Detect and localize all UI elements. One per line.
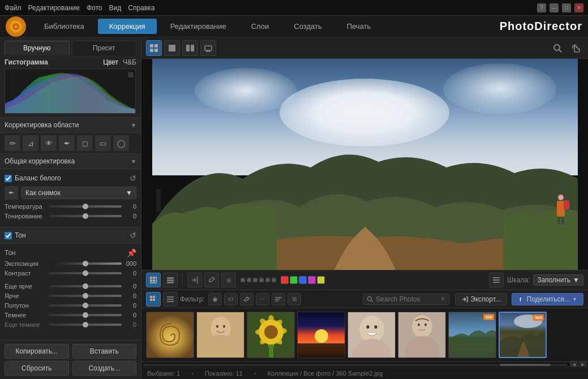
tool-single-view[interactable] (164, 40, 180, 56)
thumb-8[interactable]: 360 (499, 312, 547, 358)
scale-select[interactable]: Заполнить ▼ (533, 274, 583, 286)
tone-header[interactable]: Тон ↺ (0, 227, 141, 244)
film-dot-1[interactable] (241, 278, 245, 282)
white-balance-reset-icon[interactable]: ↺ (130, 174, 136, 183)
thumb-4[interactable] (297, 312, 345, 358)
area-icon-rect[interactable]: ▭ (95, 135, 111, 151)
menu-file[interactable]: Файл (5, 4, 22, 12)
help-button[interactable]: ? (537, 3, 546, 12)
area-icon-eye[interactable]: 👁 (41, 135, 57, 151)
fc-grid-btn[interactable] (146, 292, 161, 307)
search-tool-button[interactable] (550, 40, 565, 56)
minimize-button[interactable]: — (550, 3, 559, 12)
histogram-bw-mode[interactable]: Ч&Б (123, 58, 136, 66)
eyedropper-tool[interactable]: ✒ (5, 186, 18, 200)
copy-button[interactable]: Копировать... (5, 344, 69, 359)
area-icon-circle[interactable]: ◯ (113, 135, 129, 151)
filmstrip-frame-btn[interactable]: ⊞ (221, 273, 236, 287)
maximize-button[interactable]: □ (562, 3, 571, 12)
thumb-7[interactable]: 360 (448, 312, 496, 358)
color-dot-red[interactable] (281, 276, 289, 284)
mode-tab-preset[interactable]: Пресет (72, 41, 137, 55)
general-correction-header[interactable]: Общая корректировка ▼ (0, 153, 141, 169)
tone-toggle[interactable]: Тон (5, 231, 26, 239)
search-clear-icon[interactable]: ✕ (440, 295, 445, 303)
temperature-slider[interactable] (49, 205, 122, 208)
area-correction-header[interactable]: Корректировка области ▼ (0, 117, 141, 133)
export-button[interactable]: Экспорт... (455, 293, 507, 305)
area-icon-gradient[interactable]: ⊿ (23, 135, 38, 151)
thumb-5[interactable] (347, 312, 396, 358)
filter-edit-btn[interactable] (240, 293, 254, 305)
color-dot-blue[interactable] (299, 276, 307, 284)
thumb-3[interactable] (247, 312, 295, 358)
white-balance-toggle[interactable]: Баланс белого (5, 174, 61, 182)
tab-layers[interactable]: Слои (240, 19, 281, 34)
film-dot-5[interactable] (265, 278, 270, 282)
film-dot-4[interactable] (259, 278, 264, 282)
search-input[interactable] (376, 295, 438, 303)
layout-btn[interactable]: ⊞ (287, 293, 301, 305)
filter-star-btn[interactable] (208, 293, 222, 305)
fc-list-btn[interactable] (163, 292, 178, 307)
color-dot-yellow[interactable] (317, 276, 325, 284)
filter-more-btn[interactable]: ··· (256, 293, 269, 305)
sort-btn[interactable] (272, 293, 285, 305)
tone-checkbox[interactable] (5, 232, 12, 239)
filmstrip[interactable]: 360 (141, 308, 588, 362)
film-dot-2[interactable] (247, 278, 251, 282)
thumb-6[interactable] (398, 312, 446, 358)
area-icon-eraser[interactable]: ◻ (77, 135, 93, 151)
filmstrip-edit-btn[interactable] (204, 273, 219, 287)
menu-photo[interactable]: Фото (87, 4, 102, 12)
tab-library[interactable]: Библиотека (33, 19, 96, 34)
menu-help[interactable]: Справка (128, 4, 154, 12)
exposure-slider[interactable] (49, 262, 122, 265)
paste-button[interactable]: Вставить (72, 344, 137, 359)
histogram-color-mode[interactable]: Цвет (103, 58, 118, 66)
darker-slider[interactable] (49, 314, 122, 316)
tool-compare-view[interactable] (182, 40, 198, 56)
create-button[interactable]: Создать... (72, 361, 137, 376)
film-dot-6[interactable] (272, 278, 276, 282)
toning-slider[interactable] (49, 215, 122, 217)
white-balance-dropdown[interactable]: Как снимок ▼ (22, 187, 136, 199)
color-dot-green[interactable] (290, 276, 298, 284)
tone-pin-icon[interactable]: 📌 (127, 248, 136, 257)
tab-edit[interactable]: Редактирование (159, 19, 238, 34)
close-button[interactable]: ✕ (574, 3, 583, 12)
tool-grid-view[interactable] (146, 40, 162, 56)
tab-print[interactable]: Печать (336, 19, 383, 34)
menu-view[interactable]: Вид (109, 4, 122, 12)
brighter-slider[interactable] (49, 285, 122, 287)
film-dot-3[interactable] (253, 278, 257, 282)
scroll-track[interactable] (143, 364, 568, 366)
filmstrip-grid-btn[interactable] (146, 273, 161, 287)
area-icon-pen[interactable]: ✒ (59, 135, 75, 151)
filmstrip-settings-btn[interactable] (489, 273, 504, 287)
filmstrip-strip-btn[interactable] (163, 273, 178, 287)
thumb-2[interactable] (196, 312, 244, 358)
tab-create[interactable]: Создать (282, 19, 333, 34)
filmstrip-export-btn[interactable] (187, 273, 202, 287)
midtone-slider[interactable] (49, 304, 122, 307)
darkest-slider[interactable] (49, 324, 122, 326)
mode-tab-manual[interactable]: Вручную (5, 41, 70, 55)
bright-slider[interactable] (49, 295, 122, 297)
panel-scroll[interactable]: Гистограмма Цвет Ч&Б (0, 55, 141, 340)
menu-edit[interactable]: Редактирование (28, 4, 80, 12)
color-dot-purple[interactable] (308, 276, 316, 284)
share-button[interactable]: f Поделиться... ▼ (512, 293, 583, 305)
tab-correction[interactable]: Коррекция (98, 19, 157, 34)
contrast-slider[interactable] (49, 272, 122, 274)
scroll-thumb[interactable] (500, 364, 551, 366)
tone-reset-icon[interactable]: ↺ (130, 231, 136, 240)
reset-button[interactable]: Сбросить (5, 361, 69, 376)
filter-tag-btn[interactable]: 🏷 (224, 293, 238, 305)
tool-fullscreen[interactable] (200, 40, 216, 56)
area-icon-brush[interactable]: ✏ (5, 135, 20, 151)
histogram-expand-icon[interactable]: ⊞ (128, 71, 134, 79)
hand-tool-button[interactable] (568, 40, 583, 56)
white-balance-checkbox[interactable] (5, 175, 12, 182)
thumb-1[interactable] (146, 312, 194, 358)
